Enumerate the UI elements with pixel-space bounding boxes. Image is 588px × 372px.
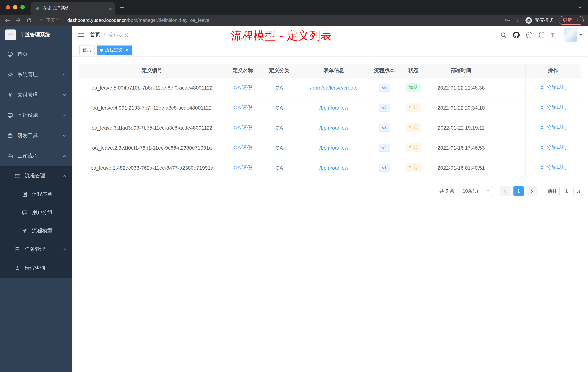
not-secure-warning-icon: ⚠ xyxy=(39,18,43,23)
assign-rule-link[interactable]: 分配规则 xyxy=(540,104,567,111)
cell-status: 挂起 xyxy=(399,138,428,158)
col-filler xyxy=(494,64,525,77)
hamburger-icon[interactable] xyxy=(78,32,84,38)
sidebar-item-label: 流程表单 xyxy=(32,191,52,198)
password-key-icon[interactable] xyxy=(504,17,510,23)
col-operation: 操作 xyxy=(525,64,581,77)
goto-page-input[interactable] xyxy=(559,186,574,196)
tab-close-icon[interactable]: × xyxy=(109,6,112,11)
definition-name-link[interactable]: OA 请假 xyxy=(234,164,252,170)
tag-home[interactable]: 首页 xyxy=(79,45,94,55)
sidebar-item-infrastructure[interactable]: 基础设施 xyxy=(0,105,72,126)
sidebar-item-label: 工作流程 xyxy=(17,153,38,159)
cell-form-info: /bpm/oa/flow xyxy=(297,158,370,178)
assign-rule-link[interactable]: 分配规则 xyxy=(540,124,567,131)
sidebar-item-process-form[interactable]: 流程表单 xyxy=(0,185,72,203)
cell-status: 挂起 xyxy=(399,158,428,178)
form-link[interactable]: /bpm/oa/flow xyxy=(319,165,348,171)
person-icon xyxy=(15,265,20,271)
definition-name-link[interactable]: OA 请假 xyxy=(234,84,252,90)
new-tab-button[interactable]: + xyxy=(120,4,124,11)
version-badge: v5 xyxy=(378,84,390,92)
prev-page-button[interactable]: ‹ xyxy=(500,186,511,196)
url-path: /bpm/manager/definition?key=oa_leave xyxy=(127,17,210,23)
cell-definition-id: oa_leave:3:1fad3d93-7b75-11ec-a3c8-acde4… xyxy=(79,118,225,138)
page-content: 定义编号 定义名称 定义分类 表单信息 流程版本 状态 部署时间 操作 xyxy=(72,56,588,372)
sidebar-item-user-group[interactable]: 用户分组 xyxy=(0,203,72,222)
app-header: 首页 / 流程定义 流程模型 - 定义列表 ? xyxy=(72,26,588,44)
form-link[interactable]: /bpm/oa/flow xyxy=(319,125,348,131)
assign-rule-link[interactable]: 分配规则 xyxy=(540,164,567,171)
address-bar[interactable]: ⚠ 不安全 | dashboard.yudao.iocoder.cn/bpm/m… xyxy=(39,17,499,23)
sidebar-item-system[interactable]: 系统管理 xyxy=(0,65,72,85)
page-size-select[interactable]: 10条/页 xyxy=(459,186,493,196)
user-menu[interactable] xyxy=(564,28,582,42)
assign-rule-link[interactable]: 分配规则 xyxy=(540,84,567,91)
sidebar-item-workflow[interactable]: 工作流程 xyxy=(0,146,72,166)
status-badge: 挂起 xyxy=(405,143,421,152)
sidebar-item-label: 首页 xyxy=(17,51,28,57)
reload-icon[interactable] xyxy=(26,17,32,23)
header-actions: ? TT xyxy=(500,28,582,42)
minimize-window-button[interactable] xyxy=(13,5,17,10)
tag-process-definition[interactable]: 流程定义 × xyxy=(97,45,131,55)
pagination: 共 5 条 10条/页 ‹ 1 › 前往 页 xyxy=(79,186,581,196)
definition-name-link[interactable]: OA 请假 xyxy=(234,104,252,110)
cell-version: v3 xyxy=(370,118,399,138)
cell-definition-name: OA 请假 xyxy=(225,138,261,158)
github-icon[interactable] xyxy=(513,32,519,38)
bookmark-star-icon[interactable]: ☆ xyxy=(515,17,520,23)
paper-plane-icon xyxy=(22,228,28,234)
sidebar-item-label: 支付管理 xyxy=(17,92,38,98)
assign-rule-link[interactable]: 分配规则 xyxy=(540,144,567,151)
list-icon xyxy=(15,173,20,179)
cell-definition-name: OA 请假 xyxy=(225,118,261,138)
fullscreen-icon[interactable] xyxy=(539,32,545,38)
goto-unit: 页 xyxy=(576,188,581,194)
breadcrumb-home[interactable]: 首页 xyxy=(90,32,100,38)
workflow-submenu: 流程管理 流程表单 用户分组 xyxy=(0,166,72,278)
current-page-button[interactable]: 1 xyxy=(514,186,524,196)
tag-close-icon[interactable]: × xyxy=(126,48,128,52)
avatar[interactable] xyxy=(564,28,578,42)
form-link[interactable]: /bpm/oa/flow xyxy=(319,145,348,151)
close-window-button[interactable] xyxy=(6,5,10,10)
sidebar-item-payment[interactable]: ¥ 支付管理 xyxy=(0,85,72,105)
zoom-window-button[interactable] xyxy=(20,5,25,10)
sidebar-item-label: 研发工具 xyxy=(17,132,38,139)
next-page-button[interactable]: › xyxy=(526,186,537,196)
sidebar-item-process-model[interactable]: 流程模型 xyxy=(0,222,72,240)
update-button[interactable]: 更新 ⋮ xyxy=(558,16,584,25)
version-badge: v4 xyxy=(378,104,390,111)
font-size-icon[interactable]: TT xyxy=(551,32,557,38)
sidebar-item-label: 用户分组 xyxy=(32,209,52,216)
cell-deploy-time: 2022-01-22 20:34:10 xyxy=(428,98,494,118)
help-icon[interactable]: ? xyxy=(526,32,532,38)
user-icon xyxy=(540,85,545,90)
active-dot xyxy=(100,49,103,52)
sidebar-item-process-mgmt[interactable]: 流程管理 xyxy=(0,166,72,185)
tab-search-chevron-icon[interactable] xyxy=(578,5,582,10)
browser-menu-icon[interactable]: ⋮ xyxy=(575,17,580,23)
back-icon[interactable] xyxy=(4,17,10,23)
chevron-up-icon xyxy=(63,154,66,158)
search-icon[interactable] xyxy=(500,32,506,38)
briefcase-icon xyxy=(7,153,13,159)
sidebar-item-leave-query[interactable]: 请假查询 xyxy=(0,259,72,278)
sidebar-item-home[interactable]: 首页 xyxy=(0,44,72,65)
cell-form-info: /bpm/oa/leave/create xyxy=(297,77,370,98)
form-link[interactable]: /bpm/oa/flow xyxy=(319,105,348,110)
sidebar-item-task-mgmt[interactable]: 任务管理 xyxy=(0,240,72,259)
cell-deploy-time: 2022-01-22 19:19:11 xyxy=(428,118,494,138)
definition-name-link[interactable]: OA 请假 xyxy=(234,144,252,150)
col-form-info: 表单信息 xyxy=(297,64,370,77)
col-status: 状态 xyxy=(399,64,428,77)
browser-tab[interactable]: 芋道管理系统 × xyxy=(31,2,115,15)
table-row: oa_leave:3:1fad3d93-7b75-11ec-a3c8-acde4… xyxy=(79,118,581,138)
cell-definition-id: oa_leave:1:482ec033-762a-11ec-8477-a2380… xyxy=(79,158,225,178)
forward-icon[interactable] xyxy=(15,17,21,23)
form-link[interactable]: /bpm/oa/leave/create xyxy=(310,85,358,90)
cell-filler xyxy=(494,98,525,118)
sidebar-item-devtools[interactable]: 研发工具 xyxy=(0,126,72,146)
definition-name-link[interactable]: OA 请假 xyxy=(234,124,252,130)
